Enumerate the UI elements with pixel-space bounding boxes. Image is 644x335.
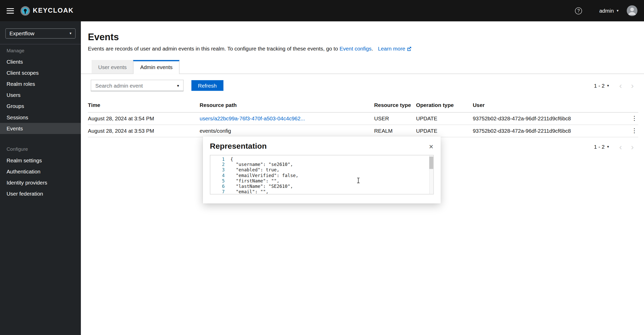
description-period: . bbox=[372, 46, 373, 52]
code-line-text: { bbox=[230, 157, 233, 162]
cell-time: August 28, 2024 at 3:53 PM bbox=[88, 125, 200, 137]
pagination-range-toggle[interactable]: 1 - 2 ▾ bbox=[594, 144, 609, 150]
column-resource-type: Resource type bbox=[374, 99, 416, 112]
sidebar-item-realm-roles[interactable]: Realm roles bbox=[0, 79, 81, 90]
avatar[interactable] bbox=[627, 5, 637, 16]
masthead: KEYCLOAK ? admin ▾ bbox=[0, 0, 644, 21]
kebab-menu-icon[interactable]: ⋮ bbox=[631, 127, 638, 133]
realm-name: Expertflow bbox=[10, 30, 35, 37]
user-menu-dropdown[interactable]: admin ▾ bbox=[599, 8, 619, 14]
column-operation-type: Operation type bbox=[416, 99, 473, 112]
sidebar-item-events[interactable]: Events bbox=[0, 123, 81, 134]
sidebar-item-groups[interactable]: Groups bbox=[0, 101, 81, 112]
code-line-text: "enabled": true, bbox=[230, 167, 279, 173]
chevron-left-icon[interactable]: ‹ bbox=[615, 81, 626, 90]
line-number: 1 bbox=[210, 157, 230, 162]
code-line-text: "username": "se2610", bbox=[230, 162, 293, 167]
scrollbar-thumb[interactable] bbox=[429, 157, 433, 169]
sidebar: Expertflow ▾ Manage Clients Client scope… bbox=[0, 21, 81, 335]
sidebar-item-identity-providers[interactable]: Identity providers bbox=[0, 177, 81, 188]
column-user: User bbox=[473, 99, 630, 112]
pagination-range-label: 1 - 2 bbox=[594, 82, 605, 89]
editor-scrollbar[interactable] bbox=[429, 155, 433, 194]
column-time: Time bbox=[88, 99, 200, 112]
table-row: August 28, 2024 at 3:53 PM events/config… bbox=[88, 125, 638, 137]
chevron-right-icon[interactable]: › bbox=[626, 143, 638, 151]
sidebar-item-clients[interactable]: Clients bbox=[0, 56, 81, 68]
cell-user: 93752b02-d328-472a-96df-2211d9cf6bc8 bbox=[473, 112, 630, 125]
cell-operation-type: UPDATE bbox=[416, 125, 473, 137]
column-resource-path: Resource path bbox=[200, 99, 374, 112]
cell-operation-type: UPDATE bbox=[416, 112, 473, 125]
cell-user: 93752b02-d328-472a-96df-2211d9cf6bc8 bbox=[473, 125, 630, 137]
line-number: 7 bbox=[210, 189, 230, 195]
cell-resource-type: USER bbox=[374, 112, 416, 125]
user-menu-label: admin bbox=[599, 8, 614, 14]
toolbar: ▾ Refresh 1 - 2 ▾ ‹ › bbox=[81, 74, 644, 91]
table-row: August 28, 2024 at 3:54 PM users/a22bc99… bbox=[88, 112, 638, 125]
modal-title: Representation bbox=[210, 142, 434, 151]
tabs: User events Admin events bbox=[81, 60, 644, 74]
hamburger-menu-icon[interactable] bbox=[7, 8, 14, 13]
description-text: Events are records of user and admin eve… bbox=[88, 46, 338, 52]
table-header-row: Time Resource path Resource type Operati… bbox=[88, 99, 638, 112]
line-number: 5 bbox=[210, 178, 230, 184]
code-line-text: "email": "", bbox=[230, 189, 269, 195]
nav-section-manage: Manage bbox=[0, 44, 81, 56]
line-number: 4 bbox=[210, 173, 230, 178]
caret-down-icon: ▾ bbox=[70, 32, 71, 35]
pagination-range-toggle[interactable]: 1 - 2 ▾ bbox=[594, 82, 609, 89]
caret-down-icon: ▾ bbox=[177, 83, 179, 88]
external-link-icon bbox=[407, 46, 411, 52]
help-icon[interactable]: ? bbox=[575, 7, 582, 14]
cell-time: August 28, 2024 at 3:54 PM bbox=[88, 112, 200, 125]
pagination-range-label: 1 - 2 bbox=[594, 144, 605, 150]
text-cursor-pointer bbox=[356, 178, 360, 185]
line-number: 6 bbox=[210, 184, 230, 189]
event-configs-link[interactable]: Event configs bbox=[339, 46, 371, 52]
cell-resource-path: events/config bbox=[200, 125, 374, 137]
learn-more-link[interactable]: Learn more bbox=[378, 46, 405, 52]
brand-title: KEYCLOAK bbox=[33, 7, 74, 14]
code-line-text: "emailVerified": false, bbox=[230, 173, 298, 178]
tab-admin-events[interactable]: Admin events bbox=[133, 60, 179, 74]
sidebar-item-sessions[interactable]: Sessions bbox=[0, 112, 81, 123]
code-line-text: "firstName": "", bbox=[230, 178, 279, 184]
line-number: 3 bbox=[210, 167, 230, 173]
code-editor[interactable]: 1{ 2 "username": "se2610", 3 "enabled": … bbox=[210, 155, 434, 194]
caret-down-icon: ▾ bbox=[607, 145, 609, 148]
search-admin-event-select[interactable]: ▾ bbox=[91, 80, 184, 91]
keycloak-admin-console: KEYCLOAK ? admin ▾ Expertflow bbox=[0, 0, 644, 335]
chevron-right-icon[interactable]: › bbox=[626, 81, 638, 90]
realm-selector-dropdown[interactable]: Expertflow ▾ bbox=[5, 28, 76, 39]
code-lines: 1{ 2 "username": "se2610", 3 "enabled": … bbox=[210, 155, 433, 195]
caret-down-icon: ▾ bbox=[607, 84, 609, 87]
tab-user-events[interactable]: User events bbox=[92, 60, 133, 74]
page-description: Events are records of user and admin eve… bbox=[88, 46, 637, 52]
cell-resource-type: REALM bbox=[374, 125, 416, 137]
representation-modal: Representation × 1{ 2 "username": "se261… bbox=[203, 137, 441, 204]
page-title: Events bbox=[88, 32, 637, 43]
keycloak-logo-icon bbox=[20, 6, 30, 16]
code-line-text: "lastName": "SE2610", bbox=[230, 184, 293, 189]
sidebar-item-user-federation[interactable]: User federation bbox=[0, 188, 81, 199]
kebab-menu-icon[interactable]: ⋮ bbox=[631, 115, 638, 121]
line-number: 2 bbox=[210, 162, 230, 167]
admin-events-table: Time Resource path Resource type Operati… bbox=[88, 99, 638, 137]
sidebar-item-client-scopes[interactable]: Client scopes bbox=[0, 68, 81, 79]
close-icon[interactable]: × bbox=[429, 143, 433, 150]
pagination-top: 1 - 2 ▾ ‹ › bbox=[594, 81, 638, 90]
refresh-button[interactable]: Refresh bbox=[191, 80, 223, 91]
chevron-left-icon[interactable]: ‹ bbox=[615, 143, 626, 151]
search-input[interactable] bbox=[95, 82, 175, 89]
sidebar-item-authentication[interactable]: Authentication bbox=[0, 166, 81, 177]
sidebar-item-users[interactable]: Users bbox=[0, 90, 81, 101]
sidebar-item-realm-settings[interactable]: Realm settings bbox=[0, 155, 81, 166]
keycloak-brand[interactable]: KEYCLOAK bbox=[20, 6, 74, 16]
nav-section-configure: Configure bbox=[0, 143, 81, 155]
caret-down-icon: ▾ bbox=[617, 9, 619, 12]
resource-path-link[interactable]: users/a22bc99a-76f3-470f-a503-04c4c962..… bbox=[200, 115, 305, 121]
